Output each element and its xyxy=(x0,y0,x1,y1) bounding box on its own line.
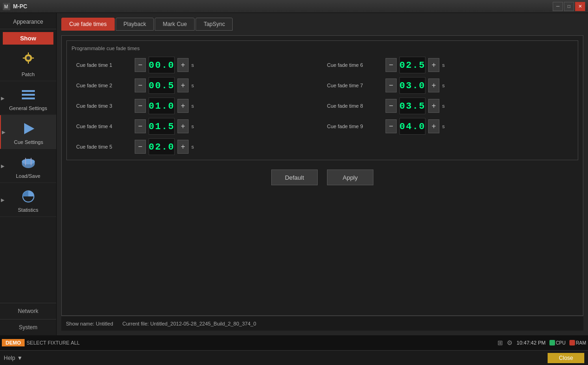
sidebar-item-appearance[interactable]: Appearance xyxy=(0,15,56,29)
cue-row-2: Cue fade time 2 − 00.5 + s xyxy=(76,77,318,94)
cue-3-plus[interactable]: + xyxy=(177,99,189,113)
tab-tap-sync[interactable]: TapSync xyxy=(196,18,233,31)
statistics-arrow: ▶ xyxy=(1,197,5,202)
cue-9-plus[interactable]: + xyxy=(428,119,439,133)
cue-7-plus[interactable]: + xyxy=(428,78,439,92)
svg-rect-8 xyxy=(22,90,35,92)
tab-cue-fade-times[interactable]: Cue fade times xyxy=(61,18,115,31)
patch-label: Patch xyxy=(21,72,34,77)
sidebar-item-general-settings[interactable]: ▶ General Settings xyxy=(0,81,56,115)
cue-label-5: Cue fade time 5 xyxy=(76,144,132,150)
cpu-label: CPU xyxy=(556,340,566,345)
minimize-button[interactable]: ─ xyxy=(553,2,563,11)
apply-button[interactable]: Apply xyxy=(327,169,373,185)
app-title: M-PC xyxy=(13,3,27,10)
cue-8-plus[interactable]: + xyxy=(428,99,439,113)
panel-title: Programmable cue fade times xyxy=(72,46,573,51)
cue-9-minus[interactable]: − xyxy=(385,119,397,133)
cue-4-plus[interactable]: + xyxy=(177,119,189,133)
cue-3-minus[interactable]: − xyxy=(135,99,146,113)
default-button[interactable]: Default xyxy=(271,169,318,185)
sidebar-item-load-save[interactable]: ▶ Load/Save xyxy=(0,149,56,183)
helpbar: Help ▼ Close xyxy=(0,350,588,365)
tab-bar: Cue fade times Playback Mark Cue TapSync xyxy=(61,18,583,31)
cue-2-plus[interactable]: + xyxy=(177,78,189,92)
help-button[interactable]: Help ▼ xyxy=(4,355,23,361)
bottombar: DEMO SELECT FIXTURE ALL ⊞ ⚙ 10:47:42 PM … xyxy=(0,335,588,350)
cue-6-minus[interactable]: − xyxy=(385,58,397,72)
cue-1-unit: s xyxy=(191,62,194,68)
cue-label-4: Cue fade time 4 xyxy=(76,124,132,129)
cue-1-minus[interactable]: − xyxy=(135,58,146,72)
cue-settings-arrow: ▶ xyxy=(2,130,6,135)
cue-1-plus[interactable]: + xyxy=(177,58,189,72)
cue-settings-icon xyxy=(19,119,39,138)
cue-row-5: Cue fade time 5 − 02.0 + s xyxy=(76,138,318,155)
cue-7-unit: s xyxy=(442,83,445,88)
cue-row-4: Cue fade time 4 − 01.5 + s xyxy=(76,118,318,135)
tab-mark-cue[interactable]: Mark Cue xyxy=(155,18,195,31)
svg-rect-9 xyxy=(22,94,35,96)
svg-point-13 xyxy=(22,159,35,164)
bottom-right: ⊞ ⚙ 10:47:42 PM CPU RAM xyxy=(497,339,586,346)
cue-2-unit: s xyxy=(191,83,194,88)
gear-icon[interactable]: ⚙ xyxy=(507,339,513,346)
statusbar: Show name: Untitled Current file: Untitl… xyxy=(61,316,583,331)
action-buttons: Default Apply xyxy=(66,169,578,185)
cue-4-minus[interactable]: − xyxy=(135,119,146,133)
titlebar: M M-PC ─ □ ✕ xyxy=(0,0,588,13)
help-label: Help xyxy=(4,355,15,361)
svg-rect-10 xyxy=(22,98,35,99)
cue-2-minus[interactable]: − xyxy=(135,78,146,92)
cue-label-7: Cue fade time 7 xyxy=(327,83,383,88)
statistics-icon xyxy=(19,187,38,206)
clock: 10:47:42 PM xyxy=(516,340,545,345)
cue-3-value: 01.0 xyxy=(149,98,175,114)
help-arrow: ▼ xyxy=(17,355,23,361)
cue-8-minus[interactable]: − xyxy=(385,99,397,113)
cue-3-unit: s xyxy=(191,103,194,109)
cue-label-2: Cue fade time 2 xyxy=(76,83,132,88)
close-button[interactable]: Close xyxy=(548,353,584,363)
load-save-icon xyxy=(19,153,38,172)
general-settings-arrow: ▶ xyxy=(1,96,5,101)
cue-label-3: Cue fade time 3 xyxy=(76,103,132,109)
statistics-label: Statistics xyxy=(18,207,38,213)
tab-playback[interactable]: Playback xyxy=(116,18,154,31)
show-button[interactable]: Show xyxy=(3,32,53,45)
cpu-indicator: CPU xyxy=(549,340,566,345)
cue-7-minus[interactable]: − xyxy=(385,78,397,92)
sidebar-item-system[interactable]: System xyxy=(0,319,56,335)
cue-row-empty xyxy=(327,138,568,155)
cue-6-plus[interactable]: + xyxy=(428,58,439,72)
panel: Programmable cue fade times Cue fade tim… xyxy=(61,35,583,316)
programmable-box: Programmable cue fade times Cue fade tim… xyxy=(66,40,578,160)
general-settings-label: General Settings xyxy=(9,105,47,111)
cue-label-1: Cue fade time 1 xyxy=(76,62,132,68)
cue-5-minus[interactable]: − xyxy=(135,140,146,154)
sidebar-item-statistics[interactable]: ▶ Statistics xyxy=(0,183,56,217)
cue-2-value: 00.5 xyxy=(149,77,175,94)
svg-marker-11 xyxy=(24,123,34,134)
main-layout: Appearance Show Patch ▶ xyxy=(0,13,588,335)
grid-icon[interactable]: ⊞ xyxy=(497,339,503,346)
sidebar-item-cue-settings[interactable]: ▶ Cue Settings xyxy=(0,115,56,149)
svg-text:M: M xyxy=(4,4,8,9)
general-settings-icon xyxy=(19,85,38,104)
cue-5-plus[interactable]: + xyxy=(177,140,189,154)
maximize-button[interactable]: □ xyxy=(564,2,574,11)
load-save-arrow: ▶ xyxy=(1,163,5,169)
cue-6-unit: s xyxy=(442,62,445,68)
patch-icon xyxy=(19,51,38,71)
fixture-text: SELECT FIXTURE ALL xyxy=(26,340,496,345)
sidebar-item-patch[interactable]: Patch xyxy=(0,47,56,81)
cue-7-value: 03.0 xyxy=(399,77,425,94)
cue-1-value: 00.0 xyxy=(149,57,175,73)
cue-grid: Cue fade time 1 − 00.0 + s Cue fade time… xyxy=(72,57,573,155)
content-area: Cue fade times Playback Mark Cue TapSync… xyxy=(57,13,588,335)
cue-label-8: Cue fade time 8 xyxy=(327,103,383,109)
cue-settings-label: Cue Settings xyxy=(14,139,43,145)
sidebar-item-network[interactable]: Network xyxy=(0,303,56,319)
ram-label: RAM xyxy=(576,340,586,345)
close-window-button[interactable]: ✕ xyxy=(575,2,585,11)
